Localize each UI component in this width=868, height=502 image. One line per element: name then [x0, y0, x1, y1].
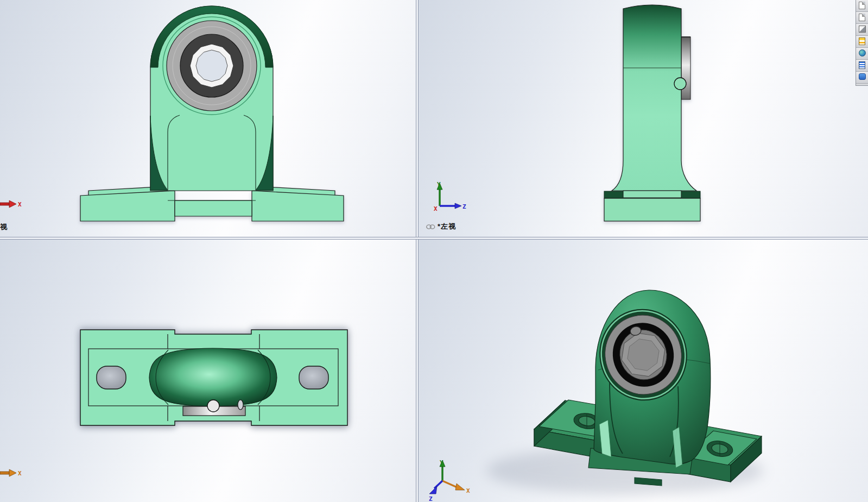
left-base-slab[interactable]	[604, 198, 700, 221]
x-axis-shaft	[0, 472, 9, 474]
solidworks-four-view-workspace: { "viewports": { "front": { "label": "前视…	[0, 0, 868, 502]
front-view-label-text: 前视	[0, 222, 8, 232]
viewport-top[interactable]: X	[0, 240, 416, 502]
viewport-front[interactable]: X 前视	[0, 0, 416, 237]
document-icon	[859, 2, 865, 9]
document-icon	[859, 14, 865, 21]
front-base[interactable]	[80, 186, 344, 221]
isometric-view-canvas[interactable]	[419, 240, 868, 502]
x-axis-arrowhead	[455, 484, 465, 490]
vertical-splitter[interactable]	[416, 0, 419, 502]
isometric-axis-triad: Y X Z	[429, 459, 478, 502]
x-axis-shaft	[442, 481, 457, 487]
front-view-canvas[interactable]	[0, 0, 416, 237]
top-bolt-hole-left[interactable]	[97, 366, 126, 389]
left-view-label-text: *左视	[438, 222, 456, 231]
left-base-inset[interactable]	[623, 191, 681, 198]
task-pane-tab-file-explorer[interactable]	[856, 60, 868, 72]
y-axis-label: Y	[440, 459, 443, 466]
left-view-canvas[interactable]	[419, 0, 868, 237]
task-pane-tab-document[interactable]	[856, 0, 868, 12]
z-axis-arrowhead	[429, 486, 437, 494]
task-pane-tab-document-2[interactable]	[856, 12, 868, 24]
link-icon	[426, 224, 435, 230]
task-pane-tabs	[856, 0, 868, 86]
front-base-wing-right[interactable]	[252, 191, 344, 221]
top-view-canvas[interactable]	[0, 240, 416, 502]
z-axis-shaft	[434, 481, 442, 488]
x-axis-shaft	[0, 203, 9, 205]
left-bearing-ring-edge[interactable]	[681, 37, 690, 99]
task-pane-tab-appearances[interactable]	[856, 24, 868, 36]
z-axis-label: Z	[429, 495, 433, 502]
top-set-screw-hole[interactable]	[207, 400, 219, 412]
front-base-center-recess[interactable]	[175, 200, 252, 216]
left-axis-triad: Y Z X	[432, 181, 468, 212]
front-view-label: 前视	[0, 222, 8, 232]
viewport-isometric[interactable]: Y X Z	[419, 240, 868, 502]
top-bolt-hole-right[interactable]	[299, 366, 328, 389]
x-axis-label: X	[18, 470, 22, 477]
z-axis-arrowhead	[455, 203, 461, 209]
task-pane-tab-toolbox[interactable]	[856, 48, 868, 60]
top-axis-triad: X	[0, 465, 28, 481]
globe-icon	[859, 49, 866, 57]
appearance-icon	[859, 26, 866, 33]
front-axis-triad: X	[0, 196, 28, 212]
task-pane-tab-forum[interactable]	[856, 72, 868, 84]
x-axis-label: X	[466, 487, 470, 494]
left-view-label: *左视	[426, 222, 456, 231]
top-small-hole[interactable]	[238, 400, 243, 410]
x-axis-arrowhead	[9, 200, 16, 208]
x-axis-label: X	[434, 205, 438, 212]
design-library-icon	[859, 37, 865, 45]
file-list-icon	[859, 61, 865, 69]
z-axis-label: Z	[462, 203, 466, 210]
viewport-left[interactable]: Y Z X *左视	[419, 0, 868, 237]
left-set-screw[interactable]	[674, 78, 686, 90]
horizontal-splitter[interactable]	[0, 237, 868, 240]
x-axis-label: X	[18, 201, 22, 208]
speech-bubble-icon	[859, 73, 866, 80]
x-axis-arrowhead	[9, 469, 16, 476]
front-base-wing-left[interactable]	[80, 191, 175, 221]
y-axis-label: Y	[437, 181, 441, 188]
task-pane-tab-design-library[interactable]	[856, 36, 868, 48]
top-housing-barrel[interactable]	[149, 348, 277, 406]
